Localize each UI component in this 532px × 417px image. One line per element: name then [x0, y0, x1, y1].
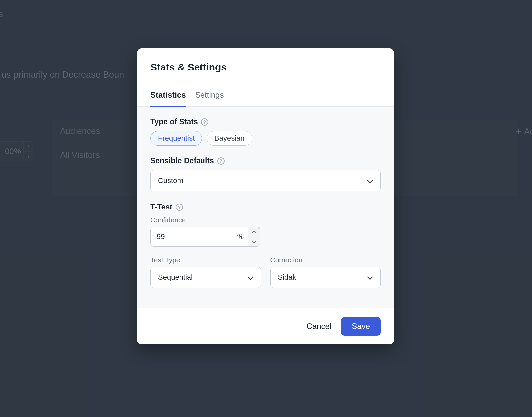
pill-bayesian[interactable]: Bayesian — [207, 131, 252, 146]
test-type-field: Test Type Sequential — [150, 256, 261, 288]
confidence-unit: % — [233, 227, 248, 246]
tab-statistics[interactable]: Statistics — [150, 83, 186, 107]
correction-select[interactable]: Sidak — [270, 267, 381, 288]
confidence-steppers — [248, 227, 260, 246]
confidence-step-down[interactable] — [248, 237, 260, 247]
help-icon[interactable]: ? — [217, 157, 225, 165]
modal-header: Stats & Settings — [137, 48, 394, 83]
confidence-label: Confidence — [150, 216, 381, 224]
modal-body: Type of Stats ? Frequentist Bayesian Sen… — [137, 107, 394, 308]
correction-value: Sidak — [278, 273, 296, 282]
confidence-input-wrap: % — [150, 227, 260, 247]
save-button[interactable]: Save — [341, 317, 381, 336]
type-of-stats-label: Type of Stats — [150, 117, 198, 126]
chevron-down-icon — [252, 240, 256, 243]
test-type-label: Test Type — [150, 256, 261, 264]
t-test-row: Test Type Sequential Correction Sidak — [150, 256, 381, 288]
confidence-input[interactable] — [151, 227, 233, 246]
modal-title: Stats & Settings — [150, 62, 381, 73]
cancel-button[interactable]: Cancel — [307, 322, 332, 331]
correction-field: Correction Sidak — [270, 256, 381, 288]
tab-settings[interactable]: Settings — [195, 83, 224, 107]
chevron-down-icon — [367, 274, 373, 280]
test-type-value: Sequential — [158, 273, 193, 282]
chevron-down-icon — [367, 178, 373, 184]
modal-footer: Cancel Save — [137, 308, 394, 344]
chevron-up-icon — [252, 230, 256, 233]
correction-label: Correction — [270, 256, 381, 264]
modal-tabs: Statistics Settings — [137, 83, 394, 107]
test-type-select[interactable]: Sequential — [150, 267, 261, 288]
t-test-label: T-Test — [150, 203, 172, 211]
type-of-stats-header: Type of Stats ? — [150, 117, 381, 126]
sensible-defaults-label: Sensible Defaults — [150, 156, 214, 165]
chevron-down-icon — [247, 274, 253, 280]
t-test-header: T-Test ? — [150, 203, 381, 211]
sensible-defaults-value: Custom — [158, 176, 183, 185]
sensible-defaults-header: Sensible Defaults ? — [150, 156, 381, 165]
help-icon[interactable]: ? — [176, 204, 183, 211]
sensible-defaults-select[interactable]: Custom — [150, 170, 381, 191]
help-icon[interactable]: ? — [201, 118, 208, 126]
confidence-step-up[interactable] — [248, 227, 260, 237]
type-of-stats-options: Frequentist Bayesian — [150, 131, 381, 146]
stats-settings-modal: Stats & Settings Statistics Settings Typ… — [137, 48, 394, 344]
pill-frequentist[interactable]: Frequentist — [150, 131, 202, 146]
confidence-field: Confidence % — [150, 216, 381, 247]
